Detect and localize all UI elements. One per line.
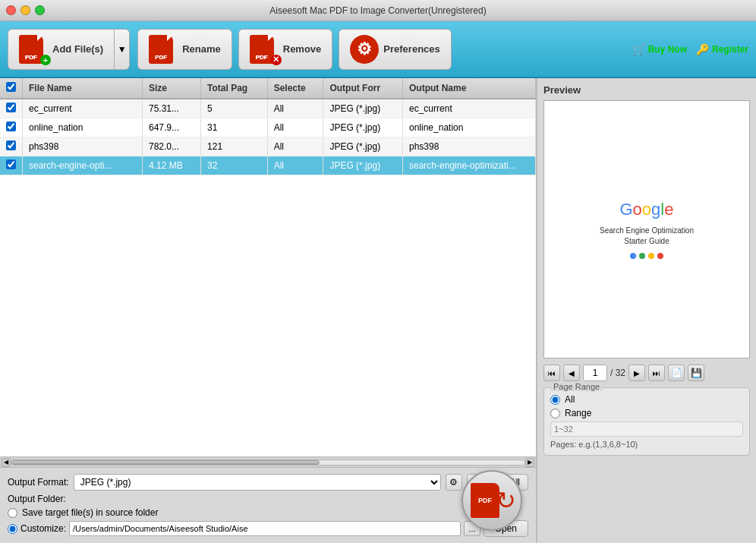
row-totalpages: 5 <box>201 99 268 118</box>
save-page-button[interactable]: 💾 <box>688 365 704 381</box>
horizontal-scrollbar[interactable]: ◀ ▶ <box>0 456 536 467</box>
scrollbar-track[interactable] <box>11 459 525 466</box>
close-button[interactable] <box>6 5 16 15</box>
all-pages-radio[interactable] <box>550 395 560 405</box>
register-label: Register <box>712 44 748 55</box>
preferences-button[interactable]: ⚙ Preferences <box>339 29 451 70</box>
range-pages-radio[interactable] <box>550 409 560 418</box>
dot-yellow <box>648 253 654 259</box>
rename-button[interactable]: PDF Rename <box>137 29 232 70</box>
row-outputformat: JPEG (*.jpg) <box>323 137 403 156</box>
dot-blue <box>630 253 636 259</box>
copy-page-button[interactable]: 📄 <box>668 365 685 381</box>
title-bar: Aiseesoft Mac PDF to Image Converter(Unr… <box>0 0 756 21</box>
add-files-label: Add File(s) <box>52 43 103 55</box>
all-pages-label: All <box>565 394 575 405</box>
save-source-row: Save target file(s) in source folder <box>8 507 528 518</box>
prev-page-button[interactable]: ◀ <box>563 365 580 381</box>
maximize-button[interactable] <box>35 5 45 15</box>
next-page-button[interactable]: ▶ <box>628 365 645 381</box>
customize-radio[interactable] <box>8 524 17 534</box>
row-outputformat: JPEG (*.jpg) <box>323 99 403 118</box>
google-letter-e: e <box>664 200 673 219</box>
minimize-button[interactable] <box>20 5 30 15</box>
output-format-select[interactable]: JPEG (*.jpg) <box>74 474 441 491</box>
convert-button[interactable]: PDF ↻ <box>461 470 522 531</box>
row-filename: phs398 <box>23 137 143 156</box>
row-filename: search-engine-opti... <box>23 156 143 175</box>
preview-area: Google Search Engine Optimization Starte… <box>543 100 750 358</box>
row-checkbox-cell <box>0 156 23 175</box>
preview-subtitle1: Search Engine Optimization <box>600 226 694 236</box>
scroll-right-arrow[interactable]: ▶ <box>525 458 534 467</box>
window-title: Aiseesoft Mac PDF to Image Converter(Unr… <box>269 5 486 16</box>
file-table[interactable]: File Name Size Total Pag Selecte Output … <box>0 78 536 456</box>
row-checkbox[interactable] <box>6 122 16 131</box>
col-outputformat: Output Forr <box>323 78 403 99</box>
add-files-icon: PDF + <box>19 35 48 64</box>
add-files-dropdown[interactable]: ▼ <box>115 29 130 70</box>
table-row[interactable]: phs398 782.0... 121 All JPEG (*.jpg) phs… <box>0 137 536 156</box>
page-range-section: Page Range All Range Pages: e.g.(1,3,6,8… <box>543 387 750 456</box>
range-pages-label: Range <box>565 408 591 418</box>
row-checkbox[interactable] <box>6 140 16 150</box>
google-letter-o2: o <box>642 200 651 219</box>
row-outputname: phs398 <box>403 137 536 156</box>
row-checkbox[interactable] <box>6 159 16 169</box>
table-row[interactable]: ec_current 75.31... 5 All JPEG (*.jpg) e… <box>0 99 536 118</box>
files-table: File Name Size Total Pag Selecte Output … <box>0 78 536 175</box>
remove-icon: PDF ✕ <box>250 35 279 64</box>
preferences-label: Preferences <box>383 43 439 55</box>
page-number-input[interactable] <box>583 365 607 381</box>
add-files-button[interactable]: PDF + Add File(s) <box>8 29 115 70</box>
custom-path-input[interactable] <box>69 521 461 536</box>
dot-green <box>639 253 645 259</box>
register-button[interactable]: 🔑 Register <box>696 43 748 55</box>
table-header-row: File Name Size Total Pag Selecte Output … <box>0 78 536 99</box>
register-icon: 🔑 <box>696 43 709 55</box>
header-checkbox-cell <box>0 78 23 99</box>
toolbar-right: 🛒 Buy Now 🔑 Register <box>632 43 748 55</box>
buy-now-button[interactable]: 🛒 Buy Now <box>632 43 687 55</box>
scroll-left-arrow[interactable]: ◀ <box>2 458 11 467</box>
preview-title: Preview <box>543 84 750 96</box>
row-selected: All <box>267 156 323 175</box>
row-size: 75.31... <box>142 99 200 118</box>
scrollbar-thumb[interactable] <box>11 460 320 465</box>
output-format-label: Output Format: <box>8 477 69 488</box>
right-panel: Preview Google Search Engine Optimizatio… <box>536 78 756 543</box>
output-folder-label: Output Folder: <box>8 494 66 504</box>
remove-button[interactable]: PDF ✕ Remove <box>238 29 333 70</box>
preview-content: Google Search Engine Optimization Starte… <box>544 101 749 358</box>
convert-icon: PDF ↻ <box>468 476 516 525</box>
buy-now-label: Buy Now <box>648 44 687 55</box>
convert-arrow-icon: ↻ <box>496 488 516 513</box>
row-size: 647.9... <box>142 118 200 137</box>
format-settings-button[interactable]: ⚙ <box>446 474 462 491</box>
header-checkbox[interactable] <box>6 82 16 92</box>
left-panel: File Name Size Total Pag Selecte Output … <box>0 78 536 543</box>
table-row[interactable]: search-engine-opti... 4.12 MB 32 All JPE… <box>0 156 536 175</box>
table-row[interactable]: online_nation 647.9... 31 All JPEG (*.jp… <box>0 118 536 137</box>
bottom-panel: Output Format: JPEG (*.jpg) ⚙ Apply to A… <box>0 467 536 543</box>
row-filename: online_nation <box>23 118 143 137</box>
page-total-label: / 32 <box>610 368 625 378</box>
row-checkbox[interactable] <box>6 103 16 112</box>
range-input[interactable] <box>550 421 743 437</box>
dot-red <box>657 253 663 259</box>
main-area: File Name Size Total Pag Selecte Output … <box>0 78 756 543</box>
row-selected: All <box>267 118 323 137</box>
save-source-label: Save target file(s) in source folder <box>22 507 158 518</box>
first-page-button[interactable]: ⏮ <box>543 365 560 381</box>
row-selected: All <box>267 99 323 118</box>
buy-now-icon: 🛒 <box>632 43 645 55</box>
output-folder-row: Output Folder: <box>8 494 528 504</box>
page-range-title: Page Range <box>550 382 603 391</box>
remove-label: Remove <box>283 43 322 55</box>
rename-label: Rename <box>182 43 221 55</box>
last-page-button[interactable]: ⏭ <box>648 365 665 381</box>
save-source-radio[interactable] <box>8 508 17 518</box>
google-letter-g: G <box>619 200 632 219</box>
row-filename: ec_current <box>23 99 143 118</box>
convert-button-wrapper: PDF ↻ <box>461 470 528 537</box>
